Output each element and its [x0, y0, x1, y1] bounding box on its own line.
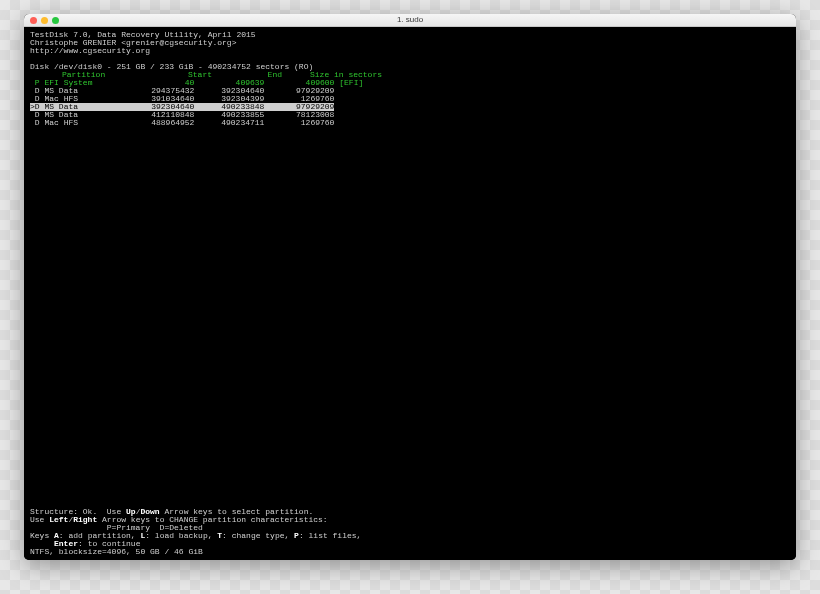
disk-line: Disk /dev/disk0 - 251 GB / 233 GiB - 490… — [30, 63, 790, 71]
partition-row[interactable]: D MS Data29437543239230464097929209 — [30, 87, 790, 95]
terminal-window: 1. sudo TestDisk 7.0, Data Recovery Util… — [24, 14, 796, 560]
partition-row[interactable]: D Mac HFS4889649524902347111269760 — [30, 119, 790, 127]
window-title: 1. sudo — [24, 16, 796, 24]
partition-row[interactable]: D Mac HFS3910346403923043991269760 — [30, 95, 790, 103]
footer-line: NTFS, blocksize=4096, 50 GB / 46 GiB — [30, 548, 361, 556]
partition-row-efi[interactable]: P EFI System40409639409600 [EFI] — [30, 79, 790, 87]
column-headers: PartitionStartEndSize in sectors — [30, 71, 790, 79]
header-line: http://www.cgsecurity.org — [30, 47, 790, 55]
partition-row[interactable]: >D MS Data39230464049023384897929209 — [30, 103, 790, 111]
footer: Structure: Ok. Use Up/Down Arrow keys to… — [30, 508, 361, 556]
terminal-body[interactable]: TestDisk 7.0, Data Recovery Utility, Apr… — [24, 27, 796, 560]
partition-row[interactable]: D MS Data41211084849023385578123008 — [30, 111, 790, 119]
titlebar[interactable]: 1. sudo — [24, 14, 796, 27]
